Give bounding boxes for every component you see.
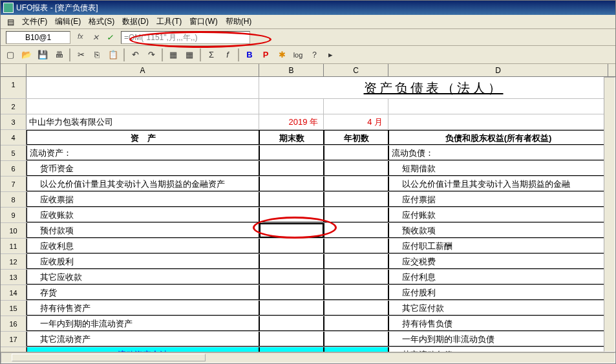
formula-input[interactable]: =QM("1151",月,,,年,,): [121, 31, 250, 44]
corner-cell[interactable]: [1, 64, 27, 76]
cell[interactable]: [259, 347, 324, 352]
menu-format[interactable]: 格式(S): [85, 15, 118, 28]
end-cell[interactable]: [259, 301, 324, 316]
col-header-a[interactable]: A: [27, 64, 259, 76]
cancel-icon[interactable]: ✕: [90, 33, 101, 42]
liab-cell[interactable]: 一年内到期的非流动负债: [388, 332, 608, 347]
row-header[interactable]: 13: [1, 270, 27, 284]
cell-reference[interactable]: B10@1: [6, 31, 70, 44]
cell[interactable]: [259, 99, 324, 114]
cell[interactable]: [324, 347, 388, 352]
end-cell[interactable]: [259, 270, 324, 284]
start-cell[interactable]: [324, 301, 388, 316]
liab-cell[interactable]: 持有待售负债: [388, 316, 608, 331]
row-header[interactable]: 18: [1, 347, 27, 352]
asset-cell[interactable]: 存货: [27, 285, 259, 300]
cell[interactable]: [27, 99, 259, 114]
paste-icon[interactable]: 📋: [106, 48, 120, 62]
save-icon[interactable]: 💾: [36, 48, 50, 62]
asset-cell[interactable]: 其它流动资产: [27, 332, 259, 347]
liab-cell[interactable]: 以公允价值计量且其变动计入当期损益的金融: [388, 177, 608, 191]
menu-file[interactable]: 文件(F): [18, 15, 51, 28]
liab-cell[interactable]: 应付账款: [388, 208, 608, 222]
cell[interactable]: [388, 99, 608, 114]
year-cell[interactable]: 2019 年: [259, 114, 324, 129]
asset-cell[interactable]: 应收账款: [27, 208, 259, 222]
row-header[interactable]: 3: [1, 114, 27, 129]
row-header[interactable]: 2: [1, 99, 27, 114]
more-icon[interactable]: ▸: [323, 48, 337, 62]
menu-help[interactable]: 帮助(H): [222, 15, 256, 28]
fx-icon[interactable]: fx: [76, 31, 87, 43]
redo-icon[interactable]: ↷: [144, 48, 158, 62]
row-header[interactable]: 1: [1, 77, 27, 98]
scroll-thumb[interactable]: [12, 354, 206, 361]
start-cell[interactable]: [324, 270, 388, 284]
end-cell[interactable]: [259, 192, 324, 207]
cell[interactable]: [324, 99, 388, 114]
liab-cell[interactable]: 短期借款: [388, 161, 608, 176]
end-cell[interactable]: [259, 223, 324, 238]
end-cell[interactable]: [259, 332, 324, 347]
start-cell[interactable]: [324, 254, 388, 269]
menu-edit[interactable]: 编辑(E): [51, 15, 85, 28]
month-cell[interactable]: 4 月: [324, 114, 388, 129]
sum-icon[interactable]: Σ: [204, 48, 218, 62]
row-header[interactable]: 5: [1, 145, 27, 160]
copy-icon[interactable]: ⎘: [90, 48, 104, 62]
liab-cell[interactable]: 预收款项: [388, 223, 608, 238]
undo-icon[interactable]: ↶: [128, 48, 142, 62]
col-header-b[interactable]: B: [259, 64, 324, 76]
header-liab[interactable]: 负债和股东权益(所有者权益): [388, 130, 608, 145]
row-header[interactable]: 16: [1, 316, 27, 331]
bold-icon[interactable]: B: [242, 48, 257, 62]
start-cell[interactable]: [324, 316, 388, 331]
section-left[interactable]: 流动资产：: [27, 145, 259, 160]
start-cell[interactable]: [324, 161, 388, 176]
start-cell[interactable]: [324, 208, 388, 222]
col-header-c[interactable]: C: [324, 64, 388, 76]
total-assets[interactable]: 流动资产合计: [27, 347, 259, 352]
star-icon[interactable]: ✱: [275, 48, 289, 62]
grid-body[interactable]: 1 资产负债表（法人） 2 3 中山华力包装有限公司 2019 年 4 月: [1, 77, 615, 352]
total-liab[interactable]: 其它流动负债: [388, 347, 608, 352]
p-icon[interactable]: P: [259, 48, 273, 62]
col-header-d[interactable]: D: [388, 64, 608, 76]
sheet-title[interactable]: 资产负债表（法人）: [259, 77, 608, 98]
liab-cell[interactable]: 应付职工薪酬: [388, 239, 608, 253]
start-cell[interactable]: [324, 239, 388, 253]
menu-tools[interactable]: 工具(T): [153, 15, 186, 28]
liab-cell[interactable]: 应付票据: [388, 192, 608, 207]
row-header[interactable]: 17: [1, 332, 27, 347]
header-assets[interactable]: 资 产: [27, 130, 259, 145]
end-cell[interactable]: [259, 239, 324, 253]
new-icon[interactable]: ▢: [3, 48, 17, 62]
row-header[interactable]: 6: [1, 161, 27, 176]
fx2-icon[interactable]: f: [220, 48, 235, 62]
liab-cell[interactable]: 应付股利: [388, 285, 608, 300]
confirm-icon[interactable]: ✓: [104, 33, 116, 42]
cell[interactable]: [259, 145, 324, 160]
row-header[interactable]: 14: [1, 285, 27, 300]
asset-cell[interactable]: 货币资金: [27, 161, 259, 176]
company-cell[interactable]: 中山华力包装有限公司: [27, 114, 259, 129]
menu-window[interactable]: 窗口(W): [186, 15, 221, 28]
end-cell[interactable]: [259, 161, 324, 176]
asset-cell[interactable]: 以公允价值计量且其变动计入当期损益的金融资产: [27, 177, 259, 191]
row-header[interactable]: 7: [1, 177, 27, 191]
row-header[interactable]: 11: [1, 239, 27, 253]
asset-cell[interactable]: 其它应收款: [27, 270, 259, 284]
start-cell[interactable]: [324, 285, 388, 300]
print-icon[interactable]: 🖶: [52, 48, 66, 62]
row-header[interactable]: 4: [1, 130, 27, 145]
row-header[interactable]: 10: [1, 223, 27, 238]
end-cell[interactable]: [259, 254, 324, 269]
start-cell[interactable]: [324, 332, 388, 347]
section-right[interactable]: 流动负债：: [388, 145, 608, 160]
asset-cell[interactable]: 应收票据: [27, 192, 259, 207]
liab-cell[interactable]: 应交税费: [388, 254, 608, 269]
log-icon[interactable]: log: [291, 48, 305, 62]
cut-icon[interactable]: ✂: [74, 48, 88, 62]
end-cell[interactable]: [259, 285, 324, 300]
liab-cell[interactable]: 其它应付款: [388, 301, 608, 316]
